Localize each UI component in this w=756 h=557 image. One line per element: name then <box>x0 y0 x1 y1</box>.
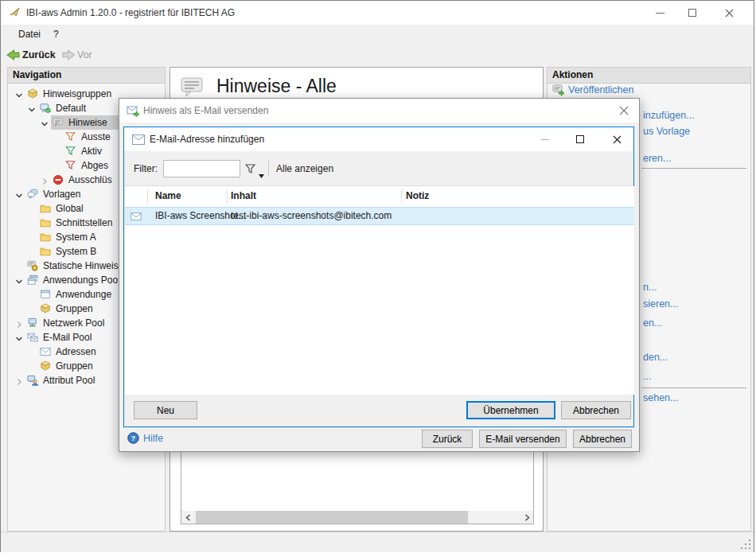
filter-funnel-icon[interactable] <box>245 163 256 174</box>
add-email-dialog-title: E-Mail-Adresse hinzufügen <box>150 127 264 151</box>
chevron-down-icon[interactable] <box>14 189 24 199</box>
email-table-row[interactable]: IBI-aws Screenshot...test-ibi-aws-screen… <box>125 207 634 225</box>
column-separator[interactable] <box>147 189 148 204</box>
apply-button[interactable]: Übernehmen <box>466 401 555 419</box>
actions-separator <box>641 388 746 388</box>
envelope-icon <box>130 211 142 222</box>
chevron-down-icon[interactable] <box>14 275 24 285</box>
cell-inhalt: test-ibi-aws-screenshots@ibitech.com <box>231 208 392 224</box>
tree-item-label: Ausschlüs <box>68 173 112 187</box>
action-link-fragment[interactable]: den... <box>643 352 668 363</box>
filter-input[interactable] <box>163 160 240 177</box>
action-link-fragment[interactable]: en... <box>643 317 662 329</box>
scroll-right-icon[interactable] <box>520 511 533 524</box>
actions-separator <box>641 168 746 169</box>
inner-cancel-button[interactable]: Abbrechen <box>561 401 631 419</box>
send-email-button[interactable]: E-Mail versenden <box>479 430 567 448</box>
dialog-minimize-icon <box>532 127 559 151</box>
tree-item-label: Ausste <box>81 130 111 144</box>
folder-icon <box>40 232 51 243</box>
back-arrow-icon <box>6 49 20 61</box>
chevron-down-icon[interactable] <box>40 118 49 127</box>
column-separator[interactable] <box>227 189 228 204</box>
outer-cancel-button[interactable]: Abbrechen <box>573 430 632 448</box>
action-veroeffentlichen[interactable]: Veröffentlichen <box>568 84 633 95</box>
tree-item-label: Hinweisgruppen <box>43 87 111 101</box>
chevron-right-icon[interactable] <box>40 175 49 185</box>
dialog-back-button[interactable]: Zurück <box>422 430 473 448</box>
chevron-right-icon[interactable] <box>14 318 24 328</box>
chevron-down-icon[interactable] <box>27 103 37 113</box>
tree-item-label: Aktiv <box>81 144 102 158</box>
tree-item-label: E-Mail Pool <box>43 330 92 345</box>
scroll-left-icon[interactable] <box>181 511 194 524</box>
group-stack-icon <box>27 88 38 99</box>
funnel-green-icon <box>65 146 76 157</box>
close-button[interactable] <box>712 1 746 25</box>
new-button[interactable]: Neu <box>134 401 197 419</box>
column-header-name[interactable]: Name <box>155 186 181 206</box>
chevron-down-icon[interactable] <box>14 333 24 342</box>
navigation-header: Navigation <box>8 68 165 84</box>
maximize-button[interactable] <box>676 1 709 25</box>
tree-item-label: Adressen <box>56 345 96 359</box>
email-table: NameInhaltNotizIBI-aws Screenshot...test… <box>125 186 634 395</box>
action-link-fragment[interactable]: us Vorlage <box>643 126 690 137</box>
filter-mode-label[interactable]: Alle anzeigen <box>276 163 333 174</box>
action-link-fragment[interactable]: ... <box>643 371 651 382</box>
horizontal-scrollbar[interactable] <box>181 511 533 524</box>
help-link[interactable]: Hilfe <box>143 433 163 444</box>
resize-grip-icon[interactable] <box>741 539 750 549</box>
tree-item-label: Attribut Pool <box>43 373 95 388</box>
filter-dropdown-caret-icon[interactable] <box>259 167 264 171</box>
folder-icon <box>40 246 51 257</box>
back-button[interactable]: Zurück <box>22 45 56 65</box>
app-window: IBI-aws Admin 1.20.0 - registriert für I… <box>0 0 754 552</box>
tree-item-label: Anwendunge <box>56 287 111 302</box>
menu-datei[interactable]: Datei <box>14 25 45 45</box>
action-link-fragment[interactable]: inzufügen... <box>643 110 695 121</box>
column-header-notiz[interactable]: Notiz <box>406 186 429 206</box>
static-note-icon <box>27 260 38 271</box>
filter-divider <box>268 161 269 177</box>
tree-item-label: Netzwerk Pool <box>43 316 104 330</box>
mail-pool-icon <box>27 332 38 343</box>
help-icon: ? <box>127 432 139 444</box>
minimize-button[interactable] <box>643 1 676 25</box>
funnel-orange-icon <box>65 131 76 142</box>
title-bar: IBI-aws Admin 1.20.0 - registriert für I… <box>1 1 754 25</box>
monitor-check-icon <box>40 103 51 114</box>
menu-help[interactable]: ? <box>49 25 64 45</box>
network-icon <box>27 317 38 329</box>
chevron-right-icon[interactable] <box>14 376 24 385</box>
tree-item-label: Schnittstellen <box>56 216 112 230</box>
tree-item-label: Anwendungs Poo <box>43 273 118 287</box>
menu-bar: Datei ? <box>1 25 754 45</box>
tree-item-label: Hinweise <box>68 115 107 130</box>
dialog-maximize-icon[interactable] <box>567 127 594 151</box>
send-mail-dialog-title: Hinweis als E-Mail versenden <box>143 99 268 123</box>
column-header-inhalt[interactable]: Inhalt <box>231 186 256 206</box>
tree-item-label: Gruppen <box>56 302 93 316</box>
action-link-fragment[interactable]: sehen... <box>643 392 678 403</box>
attribute-icon <box>27 375 38 386</box>
chevron-down-icon[interactable] <box>14 89 24 99</box>
mail-send-icon <box>127 104 140 117</box>
app-stack-icon <box>27 275 38 286</box>
tree-item-label: System B <box>56 244 96 259</box>
send-mail-dialog-close-icon[interactable] <box>610 99 638 123</box>
send-mail-dialog-titlebar: Hinweis als E-Mail versenden <box>119 99 639 123</box>
action-link-fragment[interactable]: eren... <box>643 153 671 164</box>
forward-arrow-icon <box>62 49 76 61</box>
add-email-dialog: E-Mail-Adresse hinzufügen Filter: Al <box>123 127 634 427</box>
funnel-red-icon <box>65 160 76 171</box>
status-bar <box>1 532 754 552</box>
filter-bar: Filter: Alle anzeigen <box>124 151 633 186</box>
folder-icon <box>40 217 51 228</box>
column-separator[interactable] <box>401 189 402 204</box>
dialog-close-icon[interactable] <box>603 127 630 151</box>
action-link-fragment[interactable]: sieren... <box>643 298 678 310</box>
scrollbar-thumb[interactable] <box>196 511 468 524</box>
page-title: Hinweise - Alle <box>216 76 337 97</box>
action-link-fragment[interactable]: n... <box>643 282 657 293</box>
